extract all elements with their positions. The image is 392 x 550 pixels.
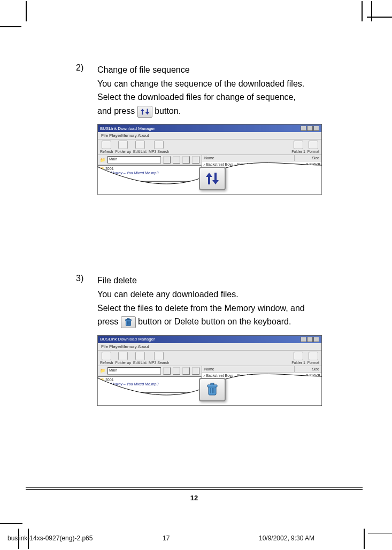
page-content: 2) Change of file sequence You can chang…: [76, 63, 322, 399]
window-buttons: [301, 337, 319, 342]
toolbar-button-mp3-search[interactable]: MP3 Search: [149, 352, 170, 365]
toolbar-button-edit-list[interactable]: Edit List: [133, 141, 147, 153]
toolbar-button-mp3-search[interactable]: MP3 Search: [149, 141, 170, 153]
list-item-3: 3) File delete You can delete any downlo…: [76, 274, 322, 328]
svg-rect-8: [211, 383, 214, 385]
nav-button[interactable]: [173, 156, 180, 164]
left-pane: 📁 Main 📁 2001 Alanis Murray – You Mixed …: [98, 155, 202, 181]
left-file-list[interactable]: 📁 2001 Alanis Murray – You Mixed Me.mp3: [98, 376, 202, 392]
footer: buslink-14xs-0927(eng)-2.p65 17 10/9/200…: [7, 534, 385, 542]
left-pane-header: 📁 Main: [98, 366, 202, 376]
left-file-list[interactable]: 📁 2001 Alanis Murray – You Mixed Me.mp3: [98, 165, 202, 181]
toolbar-button-folder1[interactable]: Folder 1: [291, 352, 305, 365]
item-number: 3): [76, 274, 97, 283]
left-pane: 📁 Main 📁 2001 Alanis Murray – You Mixed …: [98, 366, 202, 392]
title-bar: BUSLink Download Manager: [98, 336, 321, 343]
minimize-icon[interactable]: [301, 126, 306, 131]
edit-list-icon: [135, 352, 145, 360]
folder-row[interactable]: 📁 2001: [99, 378, 200, 382]
item-number: 2): [76, 63, 97, 73]
right-header: Name Size: [202, 155, 321, 161]
toolbar-button-refresh[interactable]: Refresh: [100, 352, 113, 365]
edit-list-icon: [135, 141, 145, 149]
window-title: BUSLink Download Manager: [100, 337, 155, 342]
body-text: and press: [97, 106, 137, 115]
nav-button[interactable]: [163, 367, 171, 375]
folder-up-icon: [118, 352, 128, 360]
column-size[interactable]: Size: [295, 366, 321, 372]
right-header: Name Size: [202, 366, 321, 373]
app-screenshot: BUSLink Download Manager File PlayerMemo…: [97, 124, 322, 188]
nav-button[interactable]: [182, 367, 190, 375]
close-icon[interactable]: [313, 337, 319, 342]
folder-dropdown[interactable]: Main: [107, 156, 161, 164]
body-line: press button or Delete button on the key…: [97, 315, 322, 329]
toolbar: Refresh Folder up Edit List MP3 Search F…: [98, 140, 321, 155]
file-row[interactable]: Alanis Murray – You Mixed Me.mp3: [99, 171, 200, 175]
window-title: BUSLink Download Manager: [100, 126, 155, 131]
svg-rect-7: [207, 385, 217, 387]
menu-bar[interactable]: File PlayerMemory About: [98, 132, 321, 140]
item-title: Change of file sequence: [97, 63, 322, 77]
item-body: Change of file sequence You can change t…: [97, 63, 322, 118]
nav-button[interactable]: [163, 156, 171, 164]
folder-row[interactable]: 📁 2001: [99, 167, 200, 171]
body-line: Select the downloaded files for change o…: [97, 90, 322, 104]
footer-page: 17: [163, 534, 259, 542]
toolbar-button-format[interactable]: Format: [308, 352, 319, 365]
search-icon: [154, 141, 164, 149]
body-text: press: [97, 317, 121, 326]
body-line: and press button.: [97, 104, 322, 118]
title-bar: BUSLink Download Manager: [98, 125, 321, 132]
item-body: File delete You can delete any downloade…: [97, 274, 322, 328]
menu-bar[interactable]: File PlayerMemory About: [98, 343, 321, 351]
item-title: File delete: [97, 274, 322, 288]
folder-icon: [294, 141, 303, 149]
body-text: button.: [155, 106, 181, 115]
footer-datetime: 10/9/2002, 9:30 AM: [259, 534, 385, 542]
column-size[interactable]: Size: [295, 155, 321, 161]
body-line: You can change the sequence of the downl…: [97, 77, 322, 91]
toolbar-button-edit-list[interactable]: Edit List: [133, 352, 147, 365]
maximize-icon[interactable]: [307, 126, 313, 131]
body-line: Select the files to delete from the Memo…: [97, 301, 322, 315]
format-icon: [309, 352, 318, 360]
page-number: 12: [26, 487, 363, 502]
trash-callout-icon: [199, 378, 226, 401]
app-screenshot: BUSLink Download Manager File PlayerMemo…: [97, 335, 322, 399]
arrows-up-down-icon: [137, 106, 152, 118]
nav-button[interactable]: [192, 156, 199, 164]
toolbar-button-format[interactable]: Format: [308, 141, 319, 153]
toolbar-button-refresh[interactable]: Refresh: [100, 141, 113, 153]
maximize-icon[interactable]: [307, 337, 313, 342]
toolbar-button-folder-up[interactable]: Folder up: [116, 352, 132, 365]
minimize-icon[interactable]: [301, 337, 306, 342]
svg-rect-2: [127, 319, 129, 320]
file-row[interactable]: ♪ Backstreet Boys – Everybody.mp3 3,116K…: [203, 162, 320, 166]
format-icon: [309, 141, 318, 149]
toolbar: Refresh Folder up Edit List MP3 Search F…: [98, 351, 321, 366]
folder-icon: [294, 352, 303, 360]
left-pane-header: 📁 Main: [98, 155, 202, 165]
toolbar-button-folder1[interactable]: Folder 1: [291, 141, 305, 153]
body-line: You can delete any downloaded files.: [97, 288, 322, 301]
column-name[interactable]: Name: [202, 366, 295, 372]
footer-filename: buslink-14xs-0927(eng)-2.p65: [7, 534, 163, 542]
nav-button[interactable]: [192, 367, 199, 375]
body-text: button or Delete button on the keyboard.: [138, 317, 291, 326]
refresh-icon: [102, 352, 111, 360]
toolbar-button-folder-up[interactable]: Folder up: [116, 141, 132, 153]
trash-icon: [121, 316, 136, 328]
nav-button[interactable]: [182, 156, 190, 164]
column-name[interactable]: Name: [202, 155, 295, 161]
close-icon[interactable]: [313, 126, 319, 131]
nav-button[interactable]: [173, 367, 180, 375]
arrows-callout-icon: [199, 167, 226, 190]
file-row[interactable]: ♪ Backstreet Boys – Everybody.mp3 3,116K…: [203, 374, 320, 377]
list-item-2: 2) Change of file sequence You can chang…: [76, 63, 322, 118]
refresh-icon: [102, 141, 111, 149]
folder-up-icon: [118, 141, 128, 149]
folder-dropdown[interactable]: Main: [107, 367, 161, 375]
file-row[interactable]: Alanis Murray – You Mixed Me.mp3: [99, 382, 200, 386]
window-buttons: [301, 126, 319, 131]
